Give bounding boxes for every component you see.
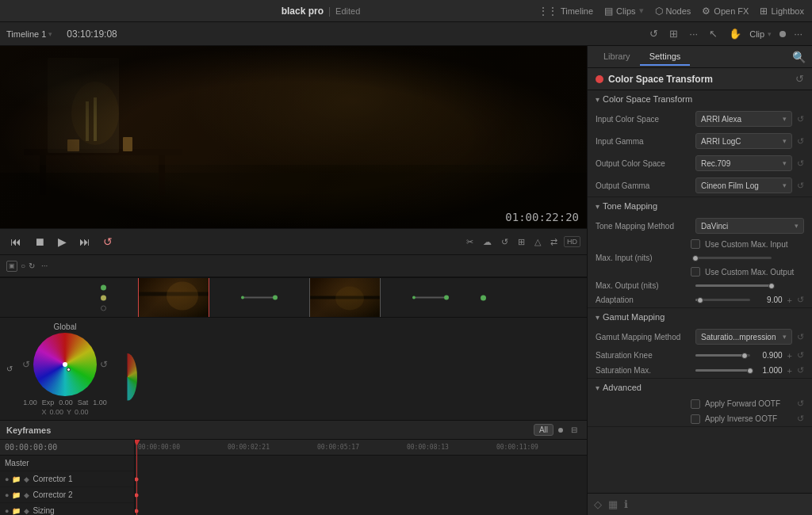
- gamut-mapping-header[interactable]: ▾ Gamut Mapping: [588, 308, 812, 326]
- tool6[interactable]: ⇄: [547, 235, 561, 249]
- adaptation-plus[interactable]: +: [787, 296, 792, 305]
- cst-node[interactable]: CST 01 ○ ⚙: [138, 277, 209, 317]
- output-cs-reset[interactable]: ↺: [797, 158, 804, 169]
- hd-btn[interactable]: HD: [564, 236, 580, 247]
- kf-corrector1-row[interactable]: ● 📁 ◆ Corrector 1: [0, 471, 134, 487]
- more-icon[interactable]: ···: [686, 26, 701, 41]
- sat-knee-plus[interactable]: +: [787, 351, 792, 360]
- output-cs-dropdown[interactable]: Rec.709 ▾: [695, 155, 792, 171]
- toolbar-icons: ↺ ⊞ ··· ↖ ✋ Clip ▾ ···: [646, 26, 806, 41]
- panel-tabs: Library Settings 🔍: [588, 46, 812, 68]
- tool2[interactable]: ☁: [480, 235, 495, 249]
- kf-dot-2: [135, 494, 139, 498]
- kf-dot-1: [135, 478, 139, 482]
- tm-method-label: Tone Mapping Method: [596, 222, 691, 231]
- reset-icon[interactable]: ↺: [6, 364, 13, 373]
- tool3[interactable]: ↺: [498, 235, 511, 249]
- sat-max-reset[interactable]: ↺: [797, 365, 804, 376]
- exp-label: Exp: [42, 399, 55, 406]
- time3: 00:00:08:13: [407, 444, 449, 451]
- tm-method-row: Tone Mapping Method DaVinci ▾: [588, 215, 812, 237]
- input-cs-reset[interactable]: ↺: [797, 114, 804, 124]
- cst-section: ▾ Color Space Transform Input Color Spac…: [588, 90, 812, 197]
- kf-timeline: 00:00:00:00 00:00:02:21 00:00:05:17 00:0…: [135, 440, 587, 515]
- timeline-label[interactable]: Timeline 1 ▾: [6, 29, 52, 39]
- forward-ootf-checkbox[interactable]: [691, 399, 700, 409]
- tm-method-dropdown[interactable]: DaVinci ▾: [695, 218, 804, 234]
- max-output-slider[interactable]: [695, 284, 772, 287]
- s-icon1: ●: [5, 507, 9, 515]
- custom-max-output-checkbox[interactable]: [691, 267, 700, 277]
- next-frame-btn[interactable]: ⏭: [75, 234, 94, 250]
- input-gamma-dropdown[interactable]: ARRI LogC ▾: [695, 133, 792, 149]
- timeline-nav[interactable]: ⋮⋮ Timeline: [538, 6, 593, 17]
- advanced-header[interactable]: ▾ Advanced: [588, 379, 812, 396]
- cst-section-header[interactable]: ▾ Color Space Transform: [588, 90, 812, 108]
- sat-max-slider[interactable]: [695, 369, 750, 372]
- search-icon[interactable]: 🔍: [792, 51, 806, 63]
- output-gamma-reset[interactable]: ↺: [797, 181, 804, 191]
- fx-reset-icon[interactable]: ↺: [795, 73, 804, 85]
- svg-point-13: [167, 281, 198, 310]
- lut-node[interactable]: LUT 02 ⊞: [309, 277, 381, 317]
- output-gamma-dropdown[interactable]: Cineon Film Log ▾: [695, 177, 792, 193]
- all-badge[interactable]: All: [534, 424, 553, 436]
- custom-max-output-row: Use Custom Max. Output: [588, 265, 812, 279]
- wheel-reset2-icon[interactable]: ↺: [100, 359, 108, 370]
- info-icon[interactable]: ℹ: [624, 498, 628, 510]
- settings-tab[interactable]: Settings: [640, 48, 691, 66]
- gm-method-dropdown[interactable]: Saturatio...mpression ▾: [695, 329, 792, 345]
- clips-icon: ▤: [604, 6, 613, 17]
- diamond-icon[interactable]: ◇: [594, 498, 602, 510]
- grid-icon[interactable]: ⊞: [666, 26, 681, 41]
- keyframes-content: 00:00:00:00 Master ● 📁 ◆ Corrector 1 ● 📁: [0, 440, 587, 515]
- node-editor: CST 01 ○ ⚙: [0, 277, 587, 317]
- max-input-slider[interactable]: [695, 257, 772, 259]
- clip-more[interactable]: ···: [791, 26, 806, 41]
- lightbox-nav[interactable]: ⊞ Lightbox: [760, 6, 804, 17]
- node-more[interactable]: ···: [38, 260, 51, 272]
- kf-master-row: Master: [0, 456, 134, 471]
- sync-icon[interactable]: ↺: [646, 26, 661, 41]
- tool1[interactable]: ✂: [463, 235, 477, 249]
- forward-ootf-reset[interactable]: ↺: [797, 399, 804, 409]
- bar-chart-icon[interactable]: ▦: [608, 498, 618, 510]
- wheel-reset-icon[interactable]: ↺: [22, 359, 30, 370]
- sat-max-plus[interactable]: +: [787, 366, 792, 376]
- stop-btn[interactable]: ⏹: [30, 234, 49, 250]
- input-gamma-reset[interactable]: ↺: [797, 136, 804, 147]
- tool4[interactable]: ⊞: [515, 235, 528, 249]
- tool5[interactable]: △: [531, 235, 544, 249]
- sat-knee-reset[interactable]: ↺: [797, 350, 804, 360]
- openfx-nav[interactable]: ⚙ Open FX: [702, 6, 749, 17]
- inverse-ootf-checkbox[interactable]: [691, 414, 700, 424]
- tone-mapping-header[interactable]: ▾ Tone Mapping: [588, 197, 812, 215]
- adaptation-reset[interactable]: ↺: [797, 295, 804, 305]
- app-title: black pro: [282, 6, 324, 17]
- prev-frame-btn[interactable]: ⏮: [6, 234, 25, 250]
- arrow-tool[interactable]: ↖: [706, 26, 721, 41]
- master-label: Master: [5, 459, 29, 467]
- custom-max-input-checkbox[interactable]: [691, 239, 700, 249]
- gm-method-reset[interactable]: ↺: [797, 332, 804, 342]
- hand-tool[interactable]: ✋: [726, 26, 745, 41]
- partial-wheel: [117, 353, 137, 401]
- color-wheel[interactable]: [33, 333, 97, 396]
- right-panel-footer: ◇ ▦ ℹ: [588, 493, 812, 515]
- cst-thumbnail: [139, 277, 209, 317]
- keyframe-expand[interactable]: ⊟: [568, 424, 580, 436]
- clip-dot: [779, 31, 786, 37]
- nodes-nav[interactable]: ⬡ Nodes: [655, 6, 691, 17]
- loop-btn[interactable]: ↺: [99, 234, 117, 250]
- inverse-ootf-reset[interactable]: ↺: [797, 414, 804, 424]
- play-btn[interactable]: ▶: [54, 234, 71, 250]
- clips-nav[interactable]: ▤ Clips ▾: [604, 6, 643, 17]
- adaptation-slider[interactable]: [695, 299, 750, 301]
- kf-sizing-row[interactable]: ● 📁 ◆ Sizing: [0, 503, 134, 515]
- svg-point-15: [335, 286, 364, 310]
- library-tab[interactable]: Library: [594, 48, 640, 66]
- sat-knee-slider[interactable]: [695, 354, 750, 357]
- input-cs-dropdown[interactable]: ARRI Alexa ▾: [695, 111, 792, 127]
- tm-method-arrow: ▾: [795, 222, 799, 230]
- kf-corrector2-row[interactable]: ● 📁 ◆ Corrector 2: [0, 487, 134, 503]
